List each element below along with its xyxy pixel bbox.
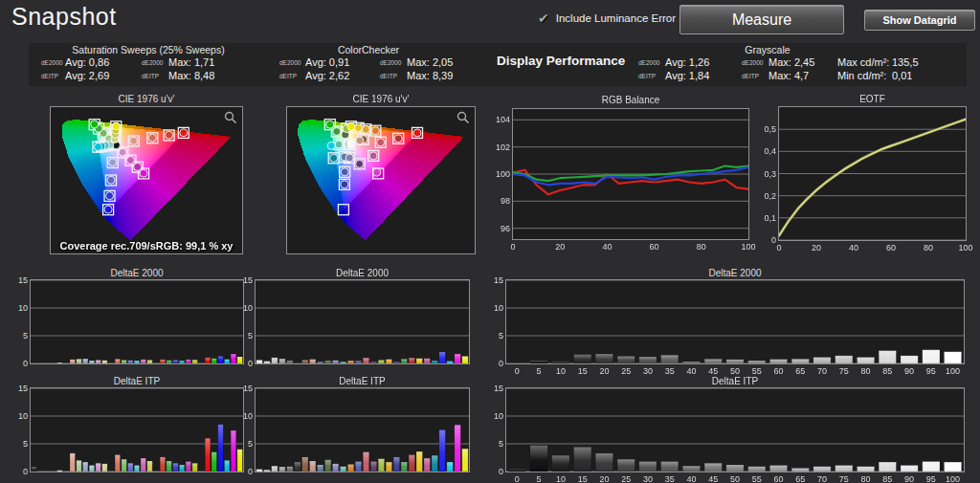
chart-canvas [31, 388, 243, 472]
axis-tick-label: 75 [833, 474, 855, 483]
axis-tick-label: 10 [477, 303, 503, 313]
axis-tick-label: 5 [528, 474, 550, 483]
axis-tick-label: 10 [550, 366, 572, 376]
axis-tick-label: 20 [800, 243, 833, 252]
axis-tick-label: 95 [920, 366, 942, 376]
target-square [338, 205, 348, 215]
cc-deitp-avg: Avg: 2,62 [305, 70, 349, 81]
axis-tick-label: 85 [877, 366, 899, 376]
de2000-grayscale-chart: 051015 051015202530354045505560657075808… [505, 279, 965, 364]
chart-title: DeltaE 2000 [30, 268, 244, 279]
axis-tick-label: 80 [855, 366, 877, 376]
chart-canvas [779, 107, 966, 240]
axis-tick-label: 55 [746, 474, 768, 483]
axis-tick-label: 100 [949, 243, 980, 252]
rgb-balance-chart: 9698100102104020406080100 [512, 108, 749, 240]
measured-point [377, 139, 385, 146]
axis-tick-label: 40 [680, 366, 702, 376]
measured-point [371, 127, 379, 135]
axis-tick-label: 30 [637, 366, 659, 376]
cc-de2000-max: Max: 2,05 [407, 56, 453, 68]
axis-tick-label: 100 [483, 169, 510, 179]
axis-tick-label: 5 [1, 439, 28, 449]
cie-sweeps-chart: Coverage rec.709/sRGB: 99,1 % xy [50, 106, 243, 254]
axis-tick-label: 65 [790, 366, 812, 376]
axis-tick-label: 25 [615, 366, 637, 376]
de2000-colorchecker-chart: 051015 [255, 279, 470, 364]
deitp-grayscale-chart: 051015 051015202530354045505560657075808… [505, 387, 965, 472]
measured-point [326, 121, 334, 128]
axis-tick-label: 45 [702, 474, 724, 483]
axis-tick-label: 5 [226, 331, 253, 340]
chart-canvas [506, 388, 964, 472]
axis-tick-label: 20 [544, 242, 576, 252]
measure-button[interactable]: Measure [679, 5, 844, 34]
chart-canvas [256, 388, 469, 472]
chart-canvas [506, 280, 964, 363]
measured-point [148, 134, 156, 142]
axis-tick-label: 98 [483, 196, 510, 206]
axis-tick-label: 0 [497, 242, 529, 252]
measured-point [335, 141, 343, 148]
metric-label: dE2000 [142, 59, 163, 66]
axis-tick-label: 15 [477, 275, 503, 285]
axis-tick-label: 60 [768, 474, 790, 483]
axis-tick-label: 15 [1, 384, 28, 393]
axis-tick-label: 10 [550, 474, 572, 483]
axis-tick-label: 40 [590, 242, 623, 252]
axis-tick-label: 40 [680, 474, 702, 483]
metric-label: dEITP [142, 73, 159, 79]
metric-label: dEITP [638, 73, 656, 79]
axis-tick-label: 35 [658, 366, 680, 376]
axis-tick-label: 102 [483, 143, 510, 152]
axis-tick-label: 5 [226, 439, 253, 449]
stats-bar: Saturation Sweeps (25% Sweeps) dE2000 Av… [29, 43, 967, 86]
axis-tick-label: 0,3 [749, 169, 776, 179]
axis-tick-label: 65 [790, 474, 812, 483]
axis-tick-label: 80 [912, 243, 945, 252]
measured-point [373, 168, 381, 176]
axis-tick-label: 0 [506, 474, 528, 483]
saturation-sweeps-title: Saturation Sweeps (25% Sweeps) [38, 44, 258, 55]
sweeps-de2000-avg: Avg: 0,86 [65, 56, 109, 68]
axis-tick-label: 70 [812, 366, 834, 376]
chart-canvas [31, 280, 243, 363]
metric-label: dE2000 [638, 59, 659, 66]
measured-point [356, 160, 364, 167]
include-luminance-checkbox[interactable]: ✔ Include Luminance Error [538, 11, 676, 25]
axis-tick-label: 80 [685, 242, 718, 252]
gs-deitp-avg: Avg: 1,84 [665, 70, 709, 81]
chart-title: DeltaE ITP [30, 376, 244, 387]
chart-canvas [256, 280, 469, 363]
axis-tick-label: 5 [477, 331, 503, 340]
display-performance-label: Display Performance [497, 54, 625, 68]
measured-point [95, 143, 102, 151]
measured-point [341, 181, 348, 188]
gs-deitp-max: Max: 4,7 [768, 70, 809, 81]
axis-tick-label: 0,5 [749, 124, 776, 134]
measured-point [126, 157, 134, 165]
colorchecker-title: ColorChecker [268, 44, 469, 55]
axis-tick-label: 95 [920, 474, 942, 483]
measured-point [330, 154, 338, 162]
axis-tick-label: 50 [724, 474, 746, 483]
show-datagrid-button[interactable]: Show Datagrid [864, 10, 975, 31]
axis-tick-label: 96 [483, 224, 510, 233]
measured-point [166, 131, 173, 139]
axis-tick-label: 0,2 [749, 191, 776, 201]
measured-point [355, 124, 363, 132]
eotf-chart: 00,10,20,30,40,5020406080100 [778, 106, 967, 241]
axis-tick-label: 100 [942, 366, 964, 376]
axis-tick-label: 10 [1, 411, 28, 421]
measured-point [333, 128, 341, 136]
axis-tick-label: 90 [899, 474, 921, 483]
axis-tick-label: 10 [226, 303, 253, 313]
grayscale-title: Grayscale [662, 44, 873, 55]
de2000-sweeps-chart: 051015 [30, 279, 244, 364]
axis-tick-label: 60 [768, 366, 790, 376]
cie-colorchecker-chart [286, 106, 476, 254]
axis-tick-label: 90 [899, 366, 921, 376]
axis-tick-label: 15 [1, 275, 28, 285]
axis-tick-label: 50 [724, 366, 746, 376]
axis-tick-label: 20 [593, 474, 615, 483]
